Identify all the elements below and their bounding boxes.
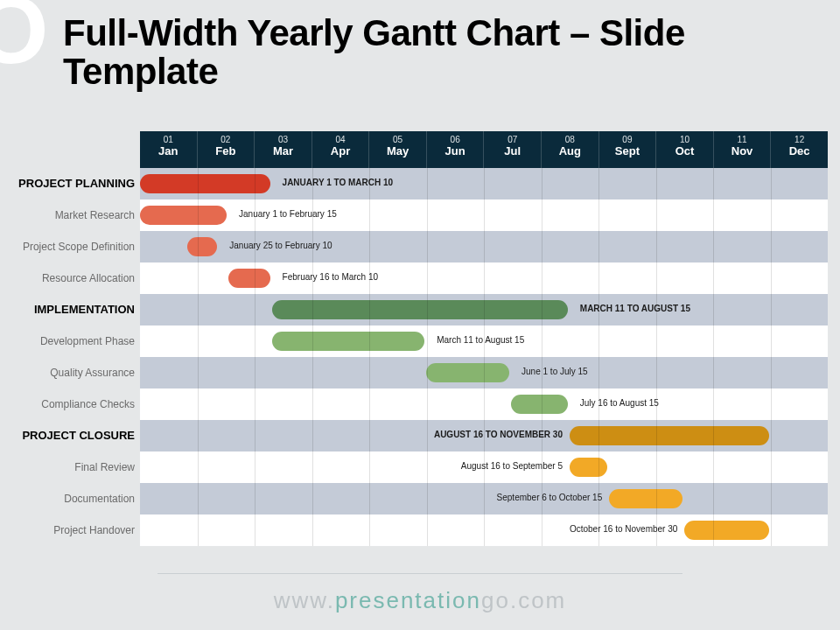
task-label-9: Final Review bbox=[12, 452, 140, 483]
footer-brand2: go bbox=[481, 587, 510, 613]
task-label-0: PROJECT PLANNING bbox=[12, 168, 140, 200]
task-row-1: January 1 to February 15 bbox=[140, 200, 828, 231]
gantt-bar-5 bbox=[272, 332, 424, 351]
gantt-bar-11 bbox=[684, 521, 769, 540]
gantt-bar-4 bbox=[272, 300, 568, 319]
task-label-7: Compliance Checks bbox=[12, 388, 140, 420]
gantt-bar-0 bbox=[140, 174, 270, 193]
task-row-10: September 6 to October 15 bbox=[140, 483, 828, 514]
gantt-bar-9 bbox=[570, 458, 607, 477]
task-label-2: Project Scope Definition bbox=[12, 231, 140, 262]
bar-date-label-5: March 11 to August 15 bbox=[437, 335, 524, 345]
task-label-3: Resource Allocation bbox=[12, 262, 140, 294]
timeline-header: 01Jan02Feb03Mar04Apr05May06Jun07Jul08Aug… bbox=[140, 131, 828, 168]
task-row-8: AUGUST 16 TO NOVEMBER 30 bbox=[140, 420, 828, 452]
gantt-rows: JANUARY 1 TO MARCH 10January 1 to Februa… bbox=[140, 168, 828, 546]
bar-date-label-2: January 25 to February 10 bbox=[229, 241, 332, 250]
footer-www: www. bbox=[274, 587, 335, 613]
task-row-4: MARCH 11 TO AUGUST 15 bbox=[140, 294, 828, 326]
month-header-oct: 10Oct bbox=[656, 131, 714, 168]
task-row-3: February 16 to March 10 bbox=[140, 262, 828, 294]
bar-date-label-1: January 1 to February 15 bbox=[239, 209, 337, 219]
gantt-bar-3 bbox=[228, 269, 270, 288]
footer-divider bbox=[158, 573, 682, 574]
task-label-4: IMPLEMENTATION bbox=[12, 294, 140, 326]
task-label-1: Market Research bbox=[12, 200, 140, 231]
gantt-bar-10 bbox=[609, 489, 682, 508]
month-header-jan: 01Jan bbox=[140, 131, 198, 168]
footer-tld: .com bbox=[510, 587, 566, 613]
gantt-bar-8 bbox=[570, 426, 769, 445]
month-header-apr: 04Apr bbox=[312, 131, 370, 168]
bar-date-label-7: July 16 to August 15 bbox=[580, 398, 659, 408]
task-row-7: July 16 to August 15 bbox=[140, 388, 828, 420]
task-label-5: Development Phase bbox=[12, 326, 140, 357]
month-header-aug: 08Aug bbox=[542, 131, 599, 168]
gantt-bar-6 bbox=[426, 363, 509, 382]
task-label-10: Documentation bbox=[12, 483, 140, 514]
month-header-feb: 02Feb bbox=[198, 131, 256, 168]
month-header-nov: 11Nov bbox=[714, 131, 772, 168]
bar-date-label-10: September 6 to October 15 bbox=[497, 493, 603, 502]
bar-date-label-8: AUGUST 16 TO NOVEMBER 30 bbox=[434, 430, 563, 439]
gantt-bar-7 bbox=[511, 395, 568, 414]
footer-brand1: presentation bbox=[335, 587, 481, 613]
gantt-bar-2 bbox=[187, 237, 217, 256]
month-header-dec: 12Dec bbox=[771, 131, 828, 168]
bar-date-label-3: February 16 to March 10 bbox=[283, 272, 379, 282]
bar-date-label-6: June 1 to July 15 bbox=[522, 367, 588, 376]
slide-title: Full-Width Yearly Gantt Chart – Slide Te… bbox=[63, 14, 816, 91]
month-header-sept: 09Sept bbox=[599, 131, 657, 168]
task-label-6: Quality Assurance bbox=[12, 357, 140, 388]
task-row-5: March 11 to August 15 bbox=[140, 326, 828, 357]
bar-date-label-4: MARCH 11 TO AUGUST 15 bbox=[580, 304, 690, 313]
gantt-grid: 01Jan02Feb03Mar04Apr05May06Jun07Jul08Aug… bbox=[140, 131, 828, 546]
gantt-chart: PROJECT PLANNINGMarket ResearchProject S… bbox=[12, 131, 828, 572]
bar-date-label-11: October 16 to November 30 bbox=[570, 524, 677, 534]
month-header-jul: 07Jul bbox=[484, 131, 542, 168]
month-header-jun: 06Jun bbox=[427, 131, 485, 168]
task-row-2: January 25 to February 10 bbox=[140, 231, 828, 262]
month-header-may: 05May bbox=[369, 131, 427, 168]
logo-ghost-icon: O bbox=[0, 0, 49, 68]
task-label-11: Project Handover bbox=[12, 514, 140, 546]
task-row-0: JANUARY 1 TO MARCH 10 bbox=[140, 168, 828, 200]
task-row-11: October 16 to November 30 bbox=[140, 514, 828, 546]
task-row-9: August 16 to September 5 bbox=[140, 452, 828, 483]
gantt-bar-1 bbox=[140, 206, 227, 225]
task-row-6: June 1 to July 15 bbox=[140, 357, 828, 388]
bar-date-label-0: JANUARY 1 TO MARCH 10 bbox=[283, 178, 394, 187]
footer-url: www.presentationgo.com bbox=[0, 587, 840, 614]
task-label-8: PROJECT CLOSURE bbox=[12, 420, 140, 452]
task-labels: PROJECT PLANNINGMarket ResearchProject S… bbox=[12, 168, 140, 546]
month-header-mar: 03Mar bbox=[255, 131, 312, 168]
bar-date-label-9: August 16 to September 5 bbox=[461, 461, 563, 471]
